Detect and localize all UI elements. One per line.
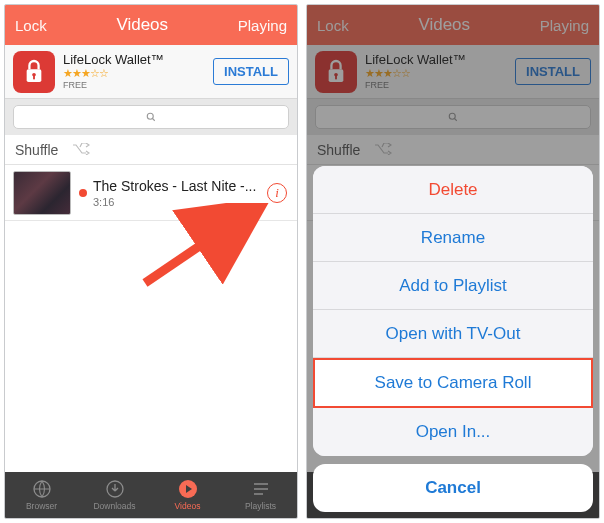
install-button[interactable]: INSTALL (515, 58, 591, 85)
navbar: Lock Videos Playing (307, 5, 599, 45)
action-delete[interactable]: Delete (313, 166, 593, 214)
nav-lock-button[interactable]: Lock (317, 17, 349, 34)
tab-browser[interactable]: Browser (5, 472, 78, 518)
navbar: Lock Videos Playing (5, 5, 297, 45)
action-sheet: Delete Rename Add to Playlist Open with … (313, 166, 593, 512)
action-open-tv-out[interactable]: Open with TV-Out (313, 310, 593, 358)
svg-line-4 (153, 119, 155, 121)
unread-dot-icon (79, 189, 87, 197)
tab-label: Browser (26, 501, 57, 511)
action-sheet-group: Delete Rename Add to Playlist Open with … (313, 166, 593, 456)
action-cancel[interactable]: Cancel (313, 464, 593, 512)
ad-meta: LifeLock Wallet™ ★★★☆☆ FREE (365, 52, 507, 92)
padlock-icon (23, 59, 45, 85)
action-open-in[interactable]: Open In... (313, 408, 593, 456)
shuffle-label: Shuffle (15, 142, 58, 158)
svg-point-3 (147, 113, 153, 119)
tab-videos[interactable]: Videos (151, 472, 224, 518)
search-bar-wrap (5, 99, 297, 135)
tab-label: Downloads (93, 501, 135, 511)
video-row[interactable]: The Strokes - Last Nite -... 3:16 i (5, 165, 297, 221)
action-rename[interactable]: Rename (313, 214, 593, 262)
ad-rating-stars: ★★★☆☆ (365, 67, 507, 80)
screenshot-left: Lock Videos Playing LifeLock Wallet™ ★★★… (4, 4, 298, 519)
video-list: The Strokes - Last Nite -... 3:16 i (5, 165, 297, 472)
search-input[interactable] (315, 105, 591, 129)
tab-label: Videos (175, 501, 201, 511)
nav-playing-button[interactable]: Playing (238, 17, 287, 34)
ad-app-title: LifeLock Wallet™ (63, 52, 205, 68)
padlock-icon (325, 59, 347, 85)
nav-lock-button[interactable]: Lock (15, 17, 47, 34)
globe-icon (32, 479, 52, 499)
ad-rating-stars: ★★★☆☆ (63, 67, 205, 80)
ad-banner[interactable]: LifeLock Wallet™ ★★★☆☆ FREE INSTALL (5, 45, 297, 99)
ad-meta: LifeLock Wallet™ ★★★☆☆ FREE (63, 52, 205, 92)
nav-playing-button[interactable]: Playing (540, 17, 589, 34)
screenshot-right: Lock Videos Playing LifeLock Wallet™ ★★★… (306, 4, 600, 519)
search-icon (447, 111, 459, 123)
lifelock-app-icon (315, 51, 357, 93)
nav-title: Videos (116, 15, 168, 35)
video-duration: 3:16 (93, 196, 267, 208)
svg-line-13 (455, 119, 457, 121)
search-bar-wrap (307, 99, 599, 135)
info-button[interactable]: i (267, 183, 287, 203)
ad-banner[interactable]: LifeLock Wallet™ ★★★☆☆ FREE INSTALL (307, 45, 599, 99)
ad-price-label: FREE (63, 80, 205, 91)
shuffle-icon (72, 142, 90, 158)
tab-bar: Browser Downloads Videos Playlists (5, 472, 297, 518)
svg-rect-2 (33, 75, 35, 79)
svg-point-12 (449, 113, 455, 119)
download-icon (105, 479, 125, 499)
svg-rect-11 (335, 75, 337, 79)
video-thumbnail (13, 171, 71, 215)
video-title: The Strokes - Last Nite -... (93, 178, 267, 194)
shuffle-icon (374, 142, 392, 158)
playlist-icon (251, 479, 271, 499)
search-input[interactable] (13, 105, 289, 129)
tab-downloads[interactable]: Downloads (78, 472, 151, 518)
tab-label: Playlists (245, 501, 276, 511)
tab-playlists[interactable]: Playlists (224, 472, 297, 518)
action-save-to-camera-roll[interactable]: Save to Camera Roll (313, 358, 593, 408)
ad-app-title: LifeLock Wallet™ (365, 52, 507, 68)
shuffle-label: Shuffle (317, 142, 360, 158)
ad-price-label: FREE (365, 80, 507, 91)
search-icon (145, 111, 157, 123)
action-add-to-playlist[interactable]: Add to Playlist (313, 262, 593, 310)
play-icon (178, 479, 198, 499)
shuffle-row[interactable]: Shuffle (5, 135, 297, 165)
shuffle-row[interactable]: Shuffle (307, 135, 599, 165)
lifelock-app-icon (13, 51, 55, 93)
nav-title: Videos (418, 15, 470, 35)
install-button[interactable]: INSTALL (213, 58, 289, 85)
